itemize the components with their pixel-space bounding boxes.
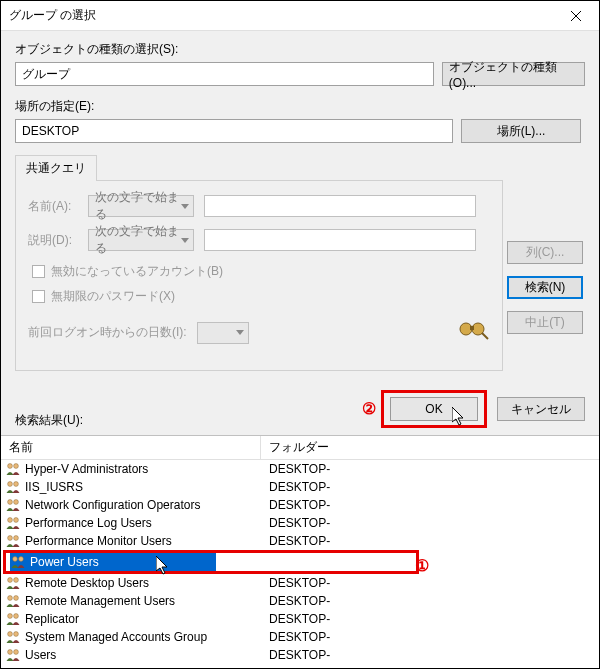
svg-point-10 — [8, 500, 13, 505]
svg-point-18 — [8, 578, 13, 583]
svg-point-21 — [14, 596, 19, 601]
results-list[interactable]: 名前 フォルダー Hyper-V AdministratorsDESKTOP-I… — [1, 435, 599, 668]
svg-point-7 — [14, 464, 19, 469]
svg-point-11 — [14, 500, 19, 505]
query-name-matchmode[interactable]: 次の文字で始まる — [88, 195, 194, 217]
dialog-actionrow: 検索結果(U): ② OK キャンセル — [15, 389, 585, 429]
col-folder[interactable]: フォルダー — [261, 439, 599, 456]
group-icon — [5, 480, 21, 494]
result-name: Replicator — [25, 612, 79, 626]
object-type-field[interactable]: グループ — [15, 62, 434, 86]
result-folder: DESKTOP- — [261, 480, 599, 494]
svg-point-17 — [19, 557, 24, 562]
group-icon — [5, 576, 21, 590]
result-name: Power Users — [30, 555, 99, 569]
svg-point-19 — [14, 578, 19, 583]
query-panel: 名前(A): 次の文字で始まる 説明(D): 次の文字で始まる 無効になっている… — [15, 180, 503, 371]
result-folder: DESKTOP- — [261, 612, 599, 626]
annotation-row-highlight: Power UsersDESKTOP- — [3, 550, 419, 574]
window-title: グループ の選択 — [9, 7, 553, 24]
group-icon — [5, 516, 21, 530]
location-field[interactable]: DESKTOP — [15, 119, 453, 143]
cursor-icon — [156, 556, 170, 576]
result-name: System Managed Accounts Group — [25, 630, 207, 644]
tab-common-query[interactable]: 共通クエリ — [15, 155, 97, 181]
result-folder: DESKTOP- — [261, 576, 599, 590]
checkbox-icon — [32, 265, 45, 278]
result-row[interactable]: Remote Desktop UsersDESKTOP- — [1, 574, 599, 592]
svg-point-8 — [8, 482, 13, 487]
group-icon — [5, 534, 21, 548]
result-row[interactable]: Performance Log UsersDESKTOP- — [1, 514, 599, 532]
result-folder: DESKTOP- — [261, 594, 599, 608]
svg-point-9 — [14, 482, 19, 487]
query-lastlogon-select[interactable] — [197, 322, 249, 344]
result-row[interactable]: System Managed Accounts GroupDESKTOP- — [1, 628, 599, 646]
result-row[interactable]: Performance Monitor UsersDESKTOP- — [1, 532, 599, 550]
svg-point-6 — [8, 464, 13, 469]
query-name-label: 名前(A): — [28, 198, 78, 215]
result-row[interactable]: Hyper-V AdministratorsDESKTOP- — [1, 460, 599, 478]
cancel-button[interactable]: キャンセル — [497, 397, 585, 421]
annotation-one: ① — [415, 556, 429, 575]
result-name: Remote Management Users — [25, 594, 175, 608]
result-row[interactable]: Network Configuration OperatorsDESKTOP- — [1, 496, 599, 514]
result-folder: DESKTOP- — [261, 648, 599, 662]
stop-button[interactable]: 中止(T) — [507, 311, 583, 334]
svg-point-14 — [8, 536, 13, 541]
result-folder: DESKTOP- — [261, 516, 599, 530]
group-icon — [5, 498, 21, 512]
search-button[interactable]: 検索(N) — [507, 276, 583, 299]
annotation-two: ② — [362, 399, 376, 418]
svg-point-16 — [13, 557, 18, 562]
svg-point-26 — [8, 650, 13, 655]
side-buttons: 列(C)... 検索(N) 中止(T) — [507, 201, 583, 334]
query-lastlogon-label: 前回ログオン時からの日数(I): — [28, 324, 187, 341]
query-name-input[interactable] — [204, 195, 476, 217]
svg-point-25 — [14, 632, 19, 637]
svg-point-15 — [14, 536, 19, 541]
find-icon[interactable] — [456, 319, 490, 346]
result-row[interactable]: Power UsersDESKTOP- — [6, 553, 416, 571]
dialog-window: グループ の選択 オブジェクトの種類の選択(S): グループ オブジェクトの種類… — [0, 0, 600, 669]
svg-point-27 — [14, 650, 19, 655]
result-folder: DESKTOP- — [261, 630, 599, 644]
result-row[interactable]: Remote Management UsersDESKTOP- — [1, 592, 599, 610]
result-folder: DESKTOP- — [261, 498, 599, 512]
result-row[interactable]: IIS_IUSRSDESKTOP- — [1, 478, 599, 496]
results-label: 検索結果(U): — [15, 412, 83, 429]
check-disabled-accounts[interactable]: 無効になっているアカウント(B) — [32, 263, 490, 280]
result-name: IIS_IUSRS — [25, 480, 83, 494]
group-icon — [5, 630, 21, 644]
svg-rect-4 — [470, 326, 474, 330]
svg-point-13 — [14, 518, 19, 523]
result-row[interactable]: UsersDESKTOP- — [1, 646, 599, 664]
titlebar: グループ の選択 — [1, 1, 599, 31]
result-row[interactable]: ReplicatorDESKTOP- — [1, 610, 599, 628]
svg-line-5 — [482, 333, 488, 339]
result-folder: DESKTOP- — [261, 534, 599, 548]
locations-button[interactable]: 場所(L)... — [461, 119, 581, 143]
query-tabset: 共通クエリ — [15, 155, 585, 181]
result-name: Performance Monitor Users — [25, 534, 172, 548]
col-name[interactable]: 名前 — [1, 436, 261, 459]
location-label: 場所の指定(E): — [15, 98, 585, 115]
query-desc-label: 説明(D): — [28, 232, 78, 249]
close-icon — [571, 11, 581, 21]
chevron-down-icon — [236, 330, 244, 335]
result-name: Users — [25, 648, 56, 662]
svg-point-20 — [8, 596, 13, 601]
columns-button[interactable]: 列(C)... — [507, 241, 583, 264]
annotation-ok-highlight: ② OK — [381, 390, 487, 428]
close-button[interactable] — [553, 1, 599, 31]
object-types-button[interactable]: オブジェクトの種類(O)... — [442, 62, 585, 86]
chevron-down-icon — [181, 238, 189, 243]
dialog-body: オブジェクトの種類の選択(S): グループ オブジェクトの種類(O)... 場所… — [1, 31, 599, 435]
group-icon — [5, 612, 21, 626]
check-noexpire-password[interactable]: 無期限のパスワード(X) — [32, 288, 490, 305]
query-desc-matchmode[interactable]: 次の文字で始まる — [88, 229, 194, 251]
results-header: 名前 フォルダー — [1, 436, 599, 460]
result-name: Performance Log Users — [25, 516, 152, 530]
svg-point-23 — [14, 614, 19, 619]
query-desc-input[interactable] — [204, 229, 476, 251]
